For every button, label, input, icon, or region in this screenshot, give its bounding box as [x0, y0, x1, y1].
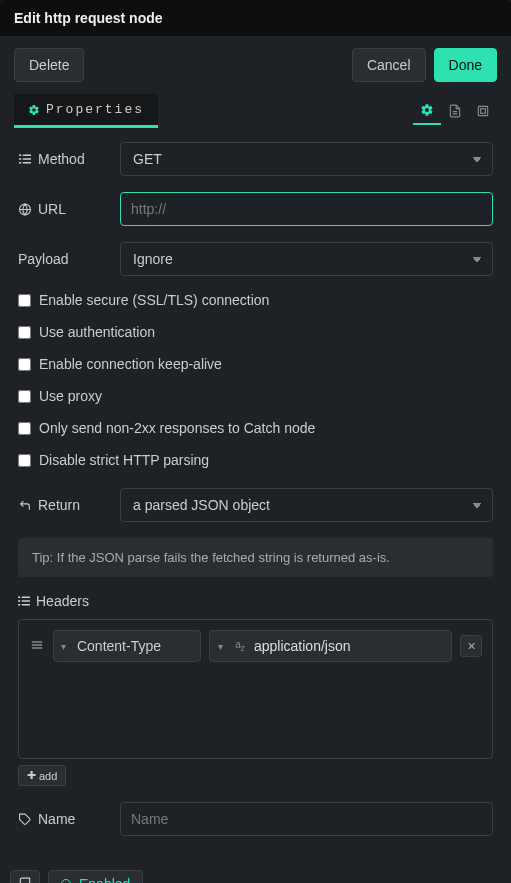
non2xx-checkbox[interactable] — [18, 422, 31, 435]
cancel-button[interactable]: Cancel — [352, 48, 426, 82]
header-key-field[interactable]: ▾ — [53, 630, 201, 662]
svg-rect-8 — [19, 162, 21, 164]
header-value-field[interactable]: ▾ az — [209, 630, 452, 662]
svg-rect-6 — [19, 158, 21, 160]
svg-rect-19 — [32, 644, 43, 646]
drag-handle-icon[interactable] — [29, 638, 45, 654]
non2xx-label[interactable]: Only send non-2xx responses to Catch nod… — [39, 420, 315, 436]
tip-text: Tip: If the JSON parse fails the fetched… — [18, 538, 493, 577]
tab-properties-label: Properties — [46, 102, 144, 117]
svg-rect-14 — [18, 600, 20, 602]
svg-rect-3 — [481, 109, 486, 114]
tab-bar: Properties — [0, 94, 511, 128]
name-label: Name — [18, 811, 120, 827]
header-value-input[interactable] — [250, 632, 451, 660]
ssl-label[interactable]: Enable secure (SSL/TLS) connection — [39, 292, 269, 308]
svg-rect-5 — [23, 155, 31, 157]
svg-rect-2 — [478, 106, 487, 115]
action-bar: Delete Cancel Done — [0, 36, 511, 94]
auth-checkbox[interactable] — [18, 326, 31, 339]
url-input[interactable] — [120, 192, 493, 226]
proxy-label[interactable]: Use proxy — [39, 388, 102, 404]
gear-icon — [28, 104, 40, 116]
proxy-checkbox[interactable] — [18, 390, 31, 403]
strict-label[interactable]: Disable strict HTTP parsing — [39, 452, 209, 468]
svg-rect-18 — [32, 641, 43, 643]
header-key-input[interactable] — [73, 632, 200, 660]
svg-rect-9 — [23, 162, 31, 164]
settings-tab-icon[interactable] — [413, 97, 441, 125]
svg-rect-16 — [18, 604, 20, 606]
keepalive-checkbox[interactable] — [18, 358, 31, 371]
method-select[interactable]: GET — [120, 142, 493, 176]
name-input[interactable] — [120, 802, 493, 836]
svg-rect-20 — [32, 647, 43, 649]
svg-rect-4 — [19, 155, 21, 157]
appearance-tab-icon[interactable] — [469, 97, 497, 125]
auth-label[interactable]: Use authentication — [39, 324, 155, 340]
list-icon — [18, 595, 30, 607]
strict-checkbox[interactable] — [18, 454, 31, 467]
dialog-title: Edit http request node — [0, 0, 511, 36]
svg-rect-15 — [22, 600, 30, 602]
svg-rect-13 — [22, 597, 30, 599]
enabled-toggle[interactable]: Enabled — [48, 870, 143, 883]
description-tab-icon[interactable] — [441, 97, 469, 125]
remove-header-button[interactable]: ✕ — [460, 635, 482, 657]
add-header-button[interactable]: ✚ add — [18, 765, 66, 786]
method-label: Method — [18, 151, 120, 167]
url-label: URL — [18, 201, 120, 217]
plus-icon: ✚ — [27, 769, 36, 782]
enabled-label: Enabled — [79, 876, 130, 883]
return-label: Return — [18, 497, 120, 513]
svg-rect-7 — [23, 158, 31, 160]
return-icon — [18, 499, 32, 512]
chevron-down-icon[interactable]: ▾ — [210, 641, 230, 652]
payload-select[interactable]: Ignore — [120, 242, 493, 276]
tag-icon — [18, 813, 32, 826]
docs-button[interactable] — [10, 870, 40, 883]
list-icon — [18, 153, 32, 165]
headers-label: Headers — [18, 593, 493, 609]
return-select[interactable]: a parsed JSON object — [120, 488, 493, 522]
globe-icon — [18, 203, 32, 216]
delete-button[interactable]: Delete — [14, 48, 84, 82]
circle-icon — [61, 879, 71, 883]
footer: Enabled — [0, 862, 511, 883]
done-button[interactable]: Done — [434, 48, 497, 82]
chevron-down-icon[interactable]: ▾ — [54, 641, 73, 652]
payload-label: Payload — [18, 251, 120, 267]
tab-properties[interactable]: Properties — [14, 94, 158, 128]
header-row: ▾ ▾ az ✕ — [29, 630, 482, 662]
keepalive-label[interactable]: Enable connection keep-alive — [39, 356, 222, 372]
svg-rect-12 — [18, 597, 20, 599]
string-type-icon: az — [230, 639, 250, 653]
ssl-checkbox[interactable] — [18, 294, 31, 307]
headers-editor: ▾ ▾ az ✕ — [18, 619, 493, 759]
svg-rect-17 — [22, 604, 30, 606]
